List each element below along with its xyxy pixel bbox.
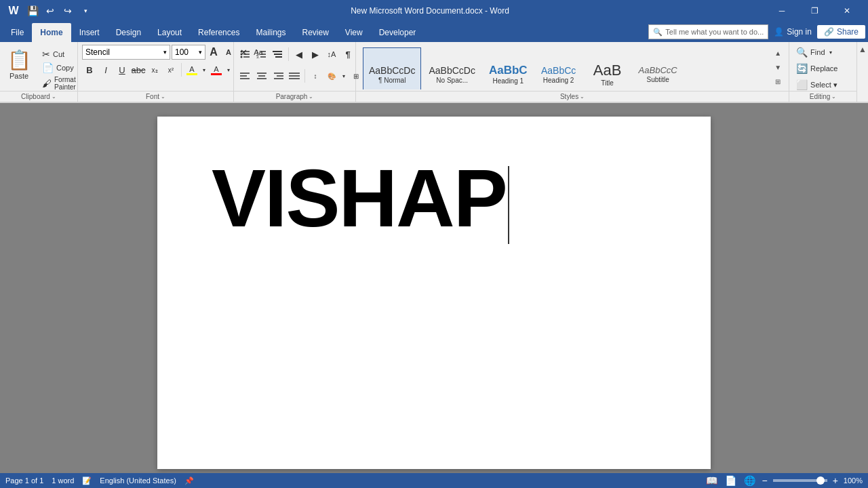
tab-home[interactable]: Home (32, 23, 71, 42)
undo-button[interactable]: ↩ (42, 3, 58, 19)
styles-more-button[interactable]: ⊞ (772, 75, 783, 88)
text-highlight-button[interactable]: A (184, 62, 199, 77)
paste-button[interactable]: 📋 Paste (4, 45, 34, 83)
ribbon-tabs: File Home Insert Design Layout Reference… (0, 22, 868, 42)
style-subtitle[interactable]: AaBbCcC Subtitle (633, 47, 684, 89)
underline-button[interactable]: U (115, 62, 130, 77)
spellcheck-icon[interactable]: 📝 (82, 476, 92, 485)
language-indicator[interactable]: English (United States) (100, 476, 176, 485)
show-hide-button[interactable]: ¶ (340, 47, 355, 62)
select-icon: ⬜ (796, 79, 808, 90)
align-left-button[interactable] (238, 68, 253, 83)
grow-font-button[interactable]: A (207, 45, 220, 59)
tab-review[interactable]: Review (294, 23, 336, 42)
font-size-select[interactable]: 100 ▾ (172, 45, 205, 60)
style-normal[interactable]: AaBbCcDc ¶ Normal (363, 47, 421, 89)
font-name-select[interactable]: Stencil ▾ (82, 45, 170, 60)
justify-button[interactable] (287, 68, 302, 83)
print-layout-button[interactable]: 📄 (724, 474, 737, 487)
redo-button[interactable]: ↪ (60, 3, 76, 19)
italic-button[interactable]: I (98, 62, 113, 77)
styles-scroll-down[interactable]: ▼ (772, 60, 783, 74)
ribbon-collapse[interactable]: ▲ (857, 42, 868, 102)
clipboard-expand-icon[interactable]: ⌄ (52, 94, 56, 100)
customize-quick-access-button[interactable]: ▾ (77, 3, 94, 19)
zoom-out-button[interactable]: − (762, 475, 767, 486)
highlight-dropdown[interactable]: ▾ (201, 63, 208, 77)
shading-dropdown[interactable]: ▾ (340, 69, 347, 83)
document-text[interactable]: VISHAP (212, 157, 656, 244)
font-color-button[interactable]: A (209, 62, 224, 77)
zoom-in-button[interactable]: + (833, 475, 838, 486)
align-center-button[interactable] (254, 68, 269, 83)
numbering-button[interactable]: 1.2.3. (254, 47, 269, 62)
svg-rect-13 (274, 54, 282, 55)
share-button[interactable]: 🔗 Share (817, 25, 865, 39)
replace-button[interactable]: 🔄 Replace (793, 61, 840, 76)
tab-file[interactable]: File (3, 23, 32, 42)
zoom-level[interactable]: 100% (844, 476, 863, 485)
track-changes-icon: 📌 (184, 476, 194, 485)
bullets-button[interactable] (238, 47, 253, 62)
find-button[interactable]: 🔍 Find ▾ (793, 45, 834, 60)
format-painter-icon: 🖌 (42, 78, 52, 89)
tab-developer[interactable]: Developer (371, 23, 425, 42)
editing-expand-icon[interactable]: ⌄ (831, 94, 836, 100)
align-right-button[interactable] (271, 68, 285, 83)
style-title[interactable]: AaB Title (584, 47, 631, 89)
increase-indent-button[interactable]: ▶ (308, 47, 323, 62)
line-spacing-button[interactable]: ↕ (308, 68, 323, 83)
content-area: VISHAP (0, 103, 868, 473)
tab-view[interactable]: View (337, 23, 371, 42)
multilevel-list-button[interactable] (271, 47, 285, 62)
tab-layout[interactable]: Layout (149, 23, 190, 42)
style-title-label: Title (601, 79, 614, 87)
shrink-font-button[interactable]: A (222, 45, 235, 59)
font-color-dropdown[interactable]: ▾ (225, 63, 232, 77)
signin-button[interactable]: 👤 Sign in (774, 27, 812, 37)
copy-button[interactable]: 📄 Copy (39, 61, 79, 75)
style-heading2[interactable]: AaBbCc Heading 2 (535, 47, 583, 89)
svg-point-0 (241, 51, 243, 53)
separator (181, 63, 182, 77)
styles-expand-icon[interactable]: ⌄ (580, 94, 585, 100)
zoom-slider[interactable] (773, 479, 827, 482)
tab-design[interactable]: Design (108, 23, 149, 42)
subscript-button[interactable]: x₂ (147, 62, 162, 77)
tab-insert[interactable]: Insert (71, 23, 108, 42)
web-layout-button[interactable]: 🌐 (743, 474, 756, 487)
minimize-button[interactable]: ─ (766, 0, 797, 22)
highlight-color-bar (186, 73, 197, 75)
select-button[interactable]: ⬜ Select ▾ (793, 77, 840, 92)
close-button[interactable]: ✕ (831, 0, 863, 22)
clipboard-label: Clipboard ⌄ (0, 91, 77, 102)
style-no-spacing[interactable]: AaBbCcDc No Spac... (422, 47, 481, 89)
editing-group-inner: 🔍 Find ▾ 🔄 Replace ⬜ Select ▾ (793, 45, 852, 92)
style-heading1[interactable]: AaBbC Heading 1 (483, 47, 534, 89)
style-normal-preview: AaBbCcDc (369, 66, 415, 75)
clipboard-group-inner: 📋 Paste ✂ Cut 📄 Copy 🖌 Format Pai (4, 45, 73, 92)
bold-button[interactable]: B (82, 62, 97, 77)
document-title: New Microsoft Word Document.docx - Word (351, 6, 509, 16)
read-mode-button[interactable]: 📖 (705, 474, 718, 487)
search-ribbon[interactable]: 🔍 Tell me what you want to do... (648, 24, 768, 39)
restore-button[interactable]: ❐ (799, 0, 830, 22)
font-expand-icon[interactable]: ⌄ (161, 94, 165, 100)
style-heading1-label: Heading 1 (492, 77, 524, 85)
font-group-inner: Stencil ▾ 100 ▾ A A ✕ Aa B I U ab (82, 45, 229, 89)
size-dropdown-icon: ▾ (199, 49, 202, 56)
superscript-button[interactable]: x² (163, 62, 178, 77)
decrease-indent-button[interactable]: ◀ (292, 47, 307, 62)
shading-button[interactable]: 🎨 (324, 68, 339, 83)
tab-mailings[interactable]: Mailings (248, 23, 294, 42)
sort-button[interactable]: ↕A (324, 47, 339, 62)
styles-scroll-up[interactable]: ▲ (772, 46, 783, 60)
style-no-spacing-preview: AaBbCcDc (429, 66, 475, 75)
strikethrough-button[interactable]: abc (131, 62, 146, 77)
tab-references[interactable]: References (190, 23, 248, 42)
cut-button[interactable]: ✂ Cut (39, 47, 79, 61)
save-button[interactable]: 💾 (24, 3, 41, 19)
paragraph-expand-icon[interactable]: ⌄ (309, 94, 313, 100)
format-painter-button[interactable]: 🖌 Format Painter (39, 75, 79, 92)
document-area[interactable]: VISHAP (0, 103, 868, 473)
